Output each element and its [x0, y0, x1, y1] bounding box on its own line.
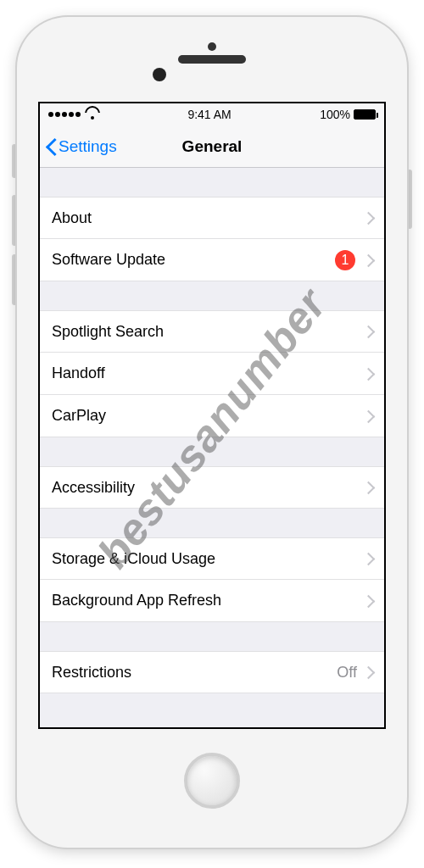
sensor-dot	[208, 42, 216, 51]
front-camera	[153, 68, 166, 81]
row-background-app-refresh[interactable]: Background App Refresh	[40, 580, 384, 622]
battery-icon	[354, 109, 376, 120]
status-right: 100%	[320, 108, 376, 121]
row-label: Storage & iCloud Usage	[52, 550, 364, 568]
status-bar: 9:41 AM 100%	[40, 103, 384, 125]
chevron-left-icon	[45, 137, 57, 156]
chevron-right-icon	[364, 325, 372, 338]
speaker	[178, 55, 246, 64]
status-time: 9:41 AM	[187, 108, 231, 121]
row-carplay[interactable]: CarPlay	[40, 395, 384, 437]
nav-bar: Settings General	[40, 125, 384, 168]
chevron-right-icon	[364, 367, 372, 381]
wifi-icon	[86, 109, 99, 120]
home-button[interactable]	[184, 753, 240, 809]
row-label: CarPlay	[52, 407, 364, 425]
row-restrictions[interactable]: Restrictions Off	[40, 651, 384, 693]
row-label: Accessibility	[52, 479, 364, 497]
battery-percent: 100%	[320, 108, 350, 121]
row-label: Handoff	[52, 364, 364, 382]
chevron-right-icon	[364, 594, 372, 608]
settings-list: About Software Update 1 Spotlight Search…	[40, 168, 384, 693]
row-label: Background App Refresh	[52, 592, 364, 609]
row-spotlight-search[interactable]: Spotlight Search	[40, 310, 384, 353]
back-button[interactable]: Settings	[40, 137, 117, 156]
update-badge: 1	[335, 250, 355, 270]
chevron-right-icon	[364, 211, 372, 225]
row-label: Spotlight Search	[52, 323, 364, 341]
row-software-update[interactable]: Software Update 1	[40, 239, 384, 281]
signal-icon	[48, 112, 81, 117]
row-about[interactable]: About	[40, 197, 384, 239]
chevron-right-icon	[364, 409, 372, 423]
row-label: Restrictions	[52, 664, 337, 682]
row-storage-icloud[interactable]: Storage & iCloud Usage	[40, 537, 384, 580]
back-label: Settings	[59, 137, 117, 156]
row-label: Software Update	[52, 251, 335, 269]
screen: 9:41 AM 100% Settings General About Soft…	[38, 102, 386, 729]
status-left	[48, 109, 99, 120]
chevron-right-icon	[364, 253, 372, 267]
side-button	[407, 170, 412, 229]
row-value: Off	[337, 664, 357, 682]
row-handoff[interactable]: Handoff	[40, 353, 384, 395]
row-label: About	[52, 209, 364, 227]
row-accessibility[interactable]: Accessibility	[40, 466, 384, 509]
chevron-right-icon	[364, 481, 372, 494]
chevron-right-icon	[364, 665, 372, 679]
chevron-right-icon	[364, 552, 372, 565]
phone-frame: 9:41 AM 100% Settings General About Soft…	[17, 17, 407, 848]
